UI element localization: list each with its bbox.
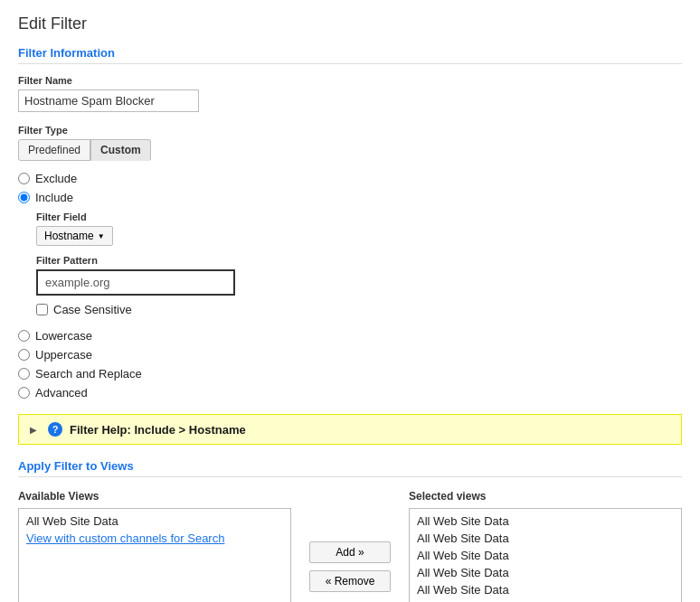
available-view-item-2[interactable]: View with custom channels for Search xyxy=(23,530,287,547)
include-section: Filter Field Hostname Filter Pattern Cas… xyxy=(36,212,682,316)
exclude-label: Exclude xyxy=(35,172,77,185)
include-option: Include xyxy=(18,191,682,204)
filter-name-label: Filter Name xyxy=(18,75,682,86)
tab-predefined[interactable]: Predefined xyxy=(18,139,90,161)
case-sensitive-label: Case Sensitive xyxy=(53,303,132,316)
filter-pattern-section: Filter Pattern Case Sensitive xyxy=(36,255,682,316)
page-title: Edit Filter xyxy=(18,14,682,33)
available-views-panel: Available Views All Web Site Data View w… xyxy=(18,490,291,602)
selected-views-list[interactable]: All Web Site Data All Web Site Data All … xyxy=(409,508,682,602)
lowercase-label: Lowercase xyxy=(35,329,92,343)
include-label: Include xyxy=(35,191,73,204)
case-sensitive-item: Case Sensitive xyxy=(36,303,682,316)
available-view-item-1[interactable]: All Web Site Data xyxy=(23,513,287,530)
exclude-option: Exclude xyxy=(18,172,682,185)
filter-information-header: Filter Information xyxy=(18,46,682,60)
apply-filter-section: Apply Filter to Views Available Views Al… xyxy=(18,459,682,602)
collapse-arrow-icon: ▶ xyxy=(30,425,37,435)
available-views-label: Available Views xyxy=(18,490,291,503)
filter-help-bar[interactable]: ▶ ? Filter Help: Include > Hostname xyxy=(18,414,682,445)
search-replace-label: Search and Replace xyxy=(35,367,142,381)
filter-pattern-input[interactable] xyxy=(36,269,235,296)
filter-field-value: Hostname xyxy=(44,230,94,242)
views-section: Available Views All Web Site Data View w… xyxy=(18,490,682,602)
filter-type-tabs: Predefined Custom xyxy=(18,139,682,161)
selected-views-label: Selected views xyxy=(409,490,682,503)
case-sensitive-checkbox[interactable] xyxy=(36,304,48,315)
filter-extra-options: Lowercase Uppercase Search and Replace A… xyxy=(18,329,682,400)
filter-field-dropdown[interactable]: Hostname xyxy=(36,226,113,246)
selected-view-item-1[interactable]: All Web Site Data xyxy=(413,513,677,530)
search-replace-radio[interactable] xyxy=(18,368,30,380)
apply-divider xyxy=(18,476,682,477)
apply-filter-header: Apply Filter to Views xyxy=(18,459,682,473)
filter-name-input[interactable] xyxy=(18,89,199,112)
uppercase-radio[interactable] xyxy=(18,349,30,361)
filter-type-section: Filter Type Predefined Custom xyxy=(18,125,682,161)
advanced-option: Advanced xyxy=(18,386,682,400)
section-divider xyxy=(18,63,682,64)
selected-views-panel: Selected views All Web Site Data All Web… xyxy=(409,490,682,602)
filter-help-text: Filter Help: Include > Hostname xyxy=(70,423,246,437)
filter-type-label: Filter Type xyxy=(18,125,682,136)
selected-view-item-3[interactable]: All Web Site Data xyxy=(413,547,677,564)
help-icon: ? xyxy=(48,422,62,437)
include-radio[interactable] xyxy=(18,192,30,203)
uppercase-option: Uppercase xyxy=(18,348,682,362)
exclude-radio[interactable] xyxy=(18,173,30,184)
transfer-buttons: Add » « Remove xyxy=(309,490,391,602)
advanced-radio[interactable] xyxy=(18,387,30,399)
filter-type-radio-group: Exclude Include xyxy=(18,172,682,204)
remove-button[interactable]: « Remove xyxy=(309,570,391,592)
selected-view-item-2[interactable]: All Web Site Data xyxy=(413,530,677,547)
filter-name-section: Filter Name xyxy=(18,75,682,112)
available-views-list[interactable]: All Web Site Data View with custom chann… xyxy=(18,508,291,602)
search-replace-option: Search and Replace xyxy=(18,367,682,381)
tab-custom[interactable]: Custom xyxy=(90,139,151,161)
lowercase-option: Lowercase xyxy=(18,329,682,343)
selected-view-item-4[interactable]: All Web Site Data xyxy=(413,564,677,581)
add-button[interactable]: Add » xyxy=(309,541,391,563)
filter-help-text-strong: Filter Help: Include > Hostname xyxy=(70,423,246,437)
filter-pattern-label: Filter Pattern xyxy=(36,255,682,266)
selected-view-item-5[interactable]: All Web Site Data xyxy=(413,581,677,598)
uppercase-label: Uppercase xyxy=(35,348,92,362)
advanced-label: Advanced xyxy=(35,386,88,400)
filter-field-label: Filter Field xyxy=(36,212,682,222)
page-container: Edit Filter Filter Information Filter Na… xyxy=(0,0,700,602)
lowercase-radio[interactable] xyxy=(18,330,30,342)
